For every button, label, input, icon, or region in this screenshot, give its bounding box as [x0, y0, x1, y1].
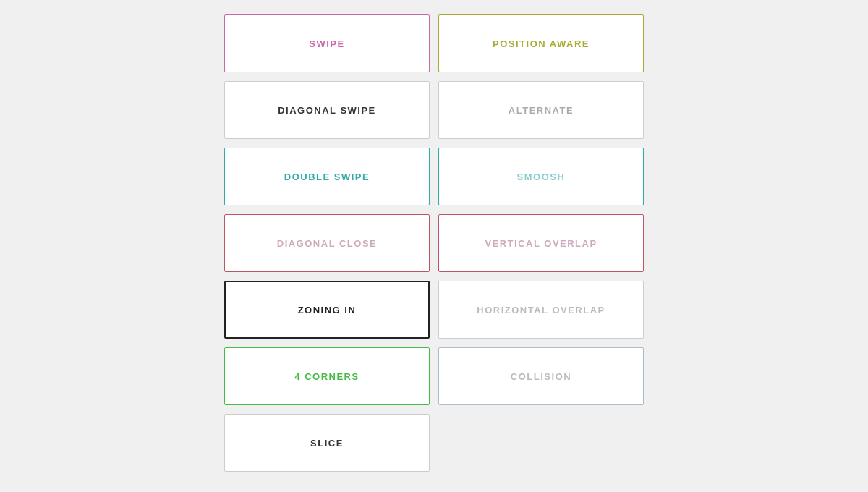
button-smoosh[interactable]: SMOOSH	[438, 148, 644, 205]
button-vertical-overlap[interactable]: VERTICAL OVERLAP	[438, 214, 644, 272]
label-collision: COLLISION	[511, 371, 571, 382]
button-diagonal-close[interactable]: DIAGONAL CLOSE	[224, 214, 430, 272]
label-double-swipe: DOUBLE SWIPE	[284, 171, 370, 182]
button-position-aware[interactable]: POSITION AWARE	[438, 14, 644, 72]
label-diagonal-swipe: DIAGONAL SWIPE	[278, 105, 376, 116]
label-smoosh: SMOOSH	[517, 171, 566, 182]
button-4-corners[interactable]: 4 CORNERS	[224, 347, 430, 405]
label-vertical-overlap: VERTICAL OVERLAP	[485, 238, 597, 249]
label-horizontal-overlap: HORIZONTAL OVERLAP	[477, 305, 605, 315]
label-position-aware: POSITION AWARE	[493, 38, 590, 49]
button-grid: SWIPEPOSITION AWAREDIAGONAL SWIPEALTERNA…	[224, 14, 644, 472]
button-double-swipe[interactable]: DOUBLE SWIPE	[224, 148, 430, 205]
button-diagonal-swipe[interactable]: DIAGONAL SWIPE	[224, 81, 430, 139]
label-4-corners: 4 CORNERS	[294, 371, 359, 382]
button-alternate[interactable]: ALTERNATE	[438, 81, 644, 139]
label-alternate: ALTERNATE	[509, 105, 574, 116]
label-zoning-in: ZONING IN	[298, 305, 357, 315]
button-swipe[interactable]: SWIPE	[224, 14, 430, 72]
button-collision[interactable]: COLLISION	[438, 347, 644, 405]
label-swipe: SWIPE	[309, 38, 344, 49]
label-diagonal-close: DIAGONAL CLOSE	[277, 238, 378, 249]
button-slice[interactable]: SLICE	[224, 414, 430, 472]
label-slice: SLICE	[310, 438, 344, 449]
button-zoning-in[interactable]: ZONING IN	[224, 281, 430, 339]
button-horizontal-overlap[interactable]: HORIZONTAL OVERLAP	[438, 281, 644, 339]
